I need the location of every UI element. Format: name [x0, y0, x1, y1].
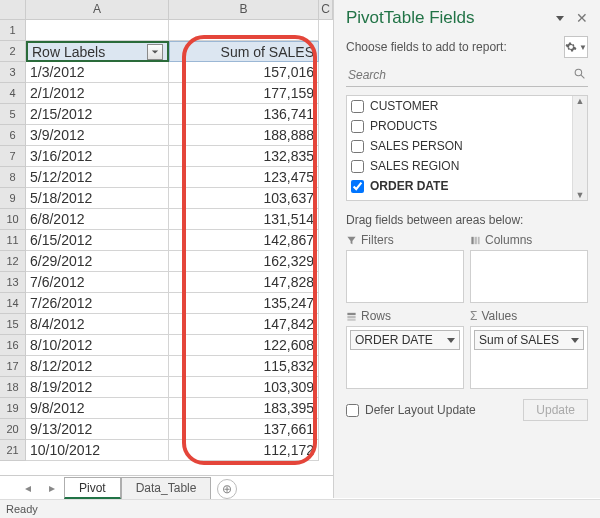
search-input[interactable]	[346, 64, 571, 86]
cell-value[interactable]: 123,475	[169, 167, 319, 188]
cell-date[interactable]: 1/3/2012	[26, 62, 169, 83]
cell-value[interactable]: 115,832	[169, 356, 319, 377]
tab-nav-buttons[interactable]: ◂▸	[16, 477, 64, 499]
row-header-6[interactable]: 6	[0, 125, 26, 146]
row-header-13[interactable]: 13	[0, 272, 26, 293]
row-header-9[interactable]: 9	[0, 188, 26, 209]
cell-value[interactable]: 136,741	[169, 104, 319, 125]
row-header-19[interactable]: 19	[0, 398, 26, 419]
cell-date[interactable]: 5/18/2012	[26, 188, 169, 209]
cell-date[interactable]: 8/4/2012	[26, 314, 169, 335]
values-drop-zone[interactable]: Sum of SALES	[470, 326, 588, 389]
field-products[interactable]: PRODUCTS	[347, 116, 587, 136]
cell-date[interactable]: 10/10/2012	[26, 440, 169, 461]
cell[interactable]	[26, 20, 169, 41]
column-header-c[interactable]: C	[319, 0, 333, 20]
field-checkbox[interactable]	[351, 160, 364, 173]
row-header-14[interactable]: 14	[0, 293, 26, 314]
field-customer[interactable]: CUSTOMER	[347, 96, 587, 116]
field-checkbox[interactable]	[351, 100, 364, 113]
sheet-tab-pivot[interactable]: Pivot	[64, 477, 121, 499]
cell-value[interactable]: 135,247	[169, 293, 319, 314]
field-list[interactable]: CUSTOMERPRODUCTSSALES PERSONSALES REGION…	[346, 95, 588, 201]
cell-value[interactable]: 147,842	[169, 314, 319, 335]
row-header-10[interactable]: 10	[0, 209, 26, 230]
cell-date[interactable]: 2/15/2012	[26, 104, 169, 125]
pivot-values-header[interactable]: Sum of SALES	[169, 41, 319, 62]
cell-date[interactable]: 6/8/2012	[26, 209, 169, 230]
cell-date[interactable]: 8/19/2012	[26, 377, 169, 398]
sheet-tab-data-table[interactable]: Data_Table	[121, 477, 212, 499]
filters-drop-zone[interactable]	[346, 250, 464, 303]
cell-value[interactable]: 103,309	[169, 377, 319, 398]
cell-value[interactable]: 137,661	[169, 419, 319, 440]
field-checkbox[interactable]	[351, 140, 364, 153]
field-search[interactable]	[346, 64, 588, 87]
row-header-17[interactable]: 17	[0, 356, 26, 377]
cell-value[interactable]: 177,159	[169, 83, 319, 104]
cell-date[interactable]: 7/6/2012	[26, 272, 169, 293]
select-all-corner[interactable]	[0, 0, 26, 20]
cell-value[interactable]: 122,608	[169, 335, 319, 356]
row-header-4[interactable]: 4	[0, 83, 26, 104]
row-header-7[interactable]: 7	[0, 146, 26, 167]
cell-date[interactable]: 9/8/2012	[26, 398, 169, 419]
column-header-a[interactable]: A	[26, 0, 169, 20]
row-header-21[interactable]: 21	[0, 440, 26, 461]
field-list-scrollbar[interactable]: ▲▼	[572, 96, 587, 200]
cell-date[interactable]: 5/12/2012	[26, 167, 169, 188]
chevron-down-icon	[571, 338, 579, 343]
field-order-date[interactable]: ORDER DATE	[347, 176, 587, 196]
svg-rect-4	[478, 236, 480, 243]
cell-value[interactable]: 157,016	[169, 62, 319, 83]
row-header-16[interactable]: 16	[0, 335, 26, 356]
cell-value[interactable]: 112,172	[169, 440, 319, 461]
pivot-row-labels-header[interactable]: Row Labels	[26, 41, 169, 62]
field-sales-region[interactable]: SALES REGION	[347, 156, 587, 176]
row-header-11[interactable]: 11	[0, 230, 26, 251]
cell-value[interactable]: 131,514	[169, 209, 319, 230]
close-icon[interactable]: ✕	[576, 10, 588, 26]
cell-date[interactable]: 2/1/2012	[26, 83, 169, 104]
row-header-3[interactable]: 3	[0, 62, 26, 83]
row-header-5[interactable]: 5	[0, 104, 26, 125]
cell-value[interactable]: 142,867	[169, 230, 319, 251]
field-sales-person[interactable]: SALES PERSON	[347, 136, 587, 156]
column-header-b[interactable]: B	[169, 0, 319, 20]
pane-menu-icon[interactable]	[556, 16, 564, 21]
cell-date[interactable]: 6/15/2012	[26, 230, 169, 251]
new-sheet-button[interactable]: ⊕	[217, 479, 237, 499]
rows-drop-zone[interactable]: ORDER DATE	[346, 326, 464, 389]
row-header-1[interactable]: 1	[0, 20, 26, 41]
cell-value[interactable]: 183,395	[169, 398, 319, 419]
cell-date[interactable]: 3/16/2012	[26, 146, 169, 167]
cell-date[interactable]: 9/13/2012	[26, 419, 169, 440]
values-chip-sum-of-sales[interactable]: Sum of SALES	[474, 330, 584, 350]
row-header-12[interactable]: 12	[0, 251, 26, 272]
cell-value[interactable]: 188,888	[169, 125, 319, 146]
cell-value[interactable]: 147,828	[169, 272, 319, 293]
cell-date[interactable]: 8/12/2012	[26, 356, 169, 377]
svg-rect-2	[471, 236, 473, 243]
cell[interactable]	[169, 20, 319, 41]
cell-date[interactable]: 8/10/2012	[26, 335, 169, 356]
cell-value[interactable]: 162,329	[169, 251, 319, 272]
row-labels-filter-button[interactable]	[147, 44, 163, 60]
row-header-20[interactable]: 20	[0, 419, 26, 440]
row-header-2[interactable]: 2	[0, 41, 26, 62]
row-header-18[interactable]: 18	[0, 377, 26, 398]
update-button[interactable]: Update	[523, 399, 588, 421]
cell-value[interactable]: 132,835	[169, 146, 319, 167]
cell-date[interactable]: 7/26/2012	[26, 293, 169, 314]
row-header-8[interactable]: 8	[0, 167, 26, 188]
field-checkbox[interactable]	[351, 120, 364, 133]
row-header-15[interactable]: 15	[0, 314, 26, 335]
cell-date[interactable]: 3/9/2012	[26, 125, 169, 146]
defer-layout-checkbox[interactable]: Defer Layout Update	[346, 403, 476, 417]
columns-drop-zone[interactable]	[470, 250, 588, 303]
cell-value[interactable]: 103,637	[169, 188, 319, 209]
cell-date[interactable]: 6/29/2012	[26, 251, 169, 272]
rows-chip-order-date[interactable]: ORDER DATE	[350, 330, 460, 350]
field-checkbox[interactable]	[351, 180, 364, 193]
field-list-options-button[interactable]: ▼	[564, 36, 588, 58]
